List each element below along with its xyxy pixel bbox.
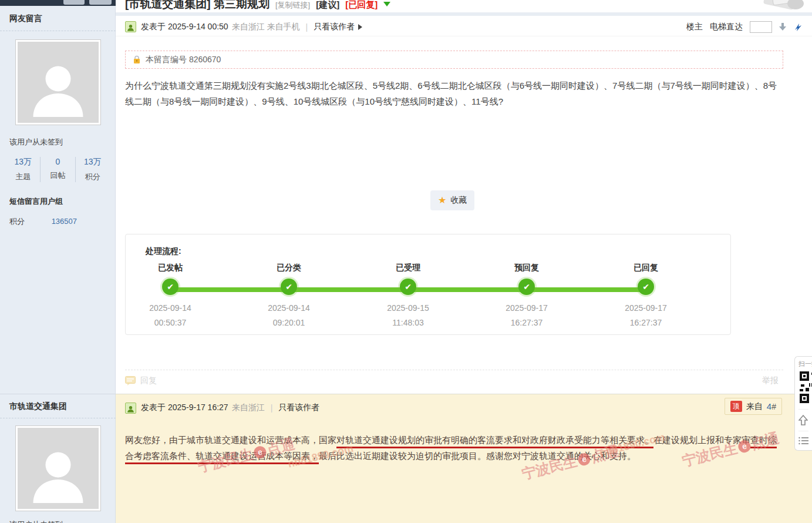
- flow-step-time: 09:20:01: [245, 318, 333, 327]
- jump-icon: [793, 22, 803, 32]
- expand-arrow-icon: [358, 24, 362, 30]
- chat-bubble-icon: [125, 376, 136, 385]
- favorite-label: 收藏: [450, 195, 467, 206]
- flow-step-time: 11:48:03: [364, 318, 452, 327]
- reply-text: 网友您好，由于城市轨道交通建设和运营成本高，国家: [125, 435, 336, 445]
- post2-meta-row: 发表于 2025-9-17 16:27 来自浙江 | 只看该作者: [116, 399, 812, 417]
- stat-threads: 13万 主题: [6, 157, 40, 182]
- thread-main: [市轨道交通集团] 第三期规划 [复制链接] [建议] [已回复]: [116, 0, 812, 523]
- check-icon: ✔: [400, 279, 416, 295]
- flow-step-label: 预回复: [483, 263, 571, 273]
- chrome-fragment: [63, 0, 85, 5]
- report-link[interactable]: 举报: [762, 376, 779, 386]
- op-avatar[interactable]: [15, 39, 101, 125]
- flow-step-classified: 已分类 ✔ 2025-09-14 09:20:01: [245, 263, 333, 327]
- poster-avatar-icon: [125, 21, 136, 32]
- thread-list-button[interactable]: [798, 435, 812, 447]
- lock-icon: [133, 55, 141, 64]
- op-user-group: 短信留言用户组: [9, 196, 116, 207]
- message-number: 本留言编号 8260670: [146, 55, 221, 65]
- replied-arrow-icon: [383, 2, 390, 6]
- flow-step-date: 2025-09-17: [602, 303, 690, 313]
- check-icon: ✔: [162, 279, 178, 295]
- elevator-link[interactable]: 电梯直达: [710, 22, 743, 32]
- only-author-link[interactable]: 只看该作者: [278, 403, 319, 413]
- divider: |: [306, 22, 308, 32]
- page-jump-input[interactable]: [750, 21, 772, 33]
- points-value[interactable]: 136507: [52, 217, 77, 226]
- star-icon: ★: [438, 196, 446, 205]
- author-sidebar: 网友留言 该用户从未签到 13万 主题 0 回帖: [0, 0, 116, 523]
- copy-link[interactable]: [复制链接]: [275, 0, 310, 11]
- post1-meta-row: 发表于 2025-9-14 00:50 来自浙江 来自手机 | 只看该作者 楼主…: [116, 18, 812, 36]
- floor-hash: #: [771, 402, 776, 411]
- favorite-button[interactable]: ★ 收藏: [430, 190, 474, 210]
- chrome-fragment: [89, 0, 112, 5]
- quick-jump-button[interactable]: [793, 22, 803, 32]
- post1-actions-row: 回复 举报: [125, 370, 783, 386]
- jump-down-button[interactable]: [779, 23, 786, 31]
- post1-body: 为什么宁波轨道交通第三期规划没有实施2号线3期北仑城区段、5号线2期、6号线二期…: [125, 78, 783, 109]
- flow-step-time: 16:27:37: [602, 318, 690, 327]
- op-username[interactable]: 网友留言: [0, 6, 116, 31]
- stat-replies-label: 回帖: [41, 170, 75, 181]
- reply-text: 在建设规划上报和专家审: [653, 435, 750, 445]
- side-tool-panel: 扫一扫: [794, 356, 812, 451]
- flow-step-accepted: 已受理 ✔ 2025-09-15 11:48:03: [364, 263, 452, 327]
- stat-threads-label: 主题: [6, 172, 40, 182]
- back-to-top-button[interactable]: [798, 413, 812, 427]
- flow-step-date: 2025-09-14: [126, 303, 214, 313]
- divider: |: [271, 403, 273, 413]
- flow-step-date: 2025-09-17: [483, 303, 571, 313]
- flow-step-label: 已受理: [364, 263, 452, 273]
- post2-origin: 来自浙江: [232, 403, 265, 413]
- flow-step-posted: 已发帖 ✔ 2025-09-14 00:50:37: [126, 263, 214, 327]
- flow-step-label: 已发帖: [126, 263, 214, 273]
- floor-label: 楼主: [686, 22, 703, 32]
- only-author-link[interactable]: 只看该作者: [314, 22, 355, 32]
- post-reply: 发表于 2025-9-17 16:27 来自浙江 | 只看该作者 顶 来自 4#…: [116, 394, 812, 523]
- header-band: [116, 12, 812, 16]
- replier-avatar[interactable]: [15, 425, 101, 511]
- floor-number[interactable]: 4: [767, 401, 771, 411]
- thread-page: 网友留言 该用户从未签到 13万 主题 0 回帖: [0, 0, 812, 523]
- up-arrow-icon: [798, 415, 808, 425]
- floor-indicator-box: 顶 来自 4#: [725, 398, 782, 415]
- post1-origin: 来自浙江 来自手机: [232, 22, 300, 32]
- flow-step-label: 已分类: [245, 263, 333, 273]
- stat-replies-value[interactable]: 0: [41, 157, 75, 166]
- reply-text: 最后比选出近期建设较为迫切的审批项目。感谢您对宁波轨道交通的关心和支持。: [319, 451, 636, 461]
- thread-title-row: [市轨道交通集团] 第三期规划 [复制链接] [建议] [已回复]: [125, 0, 390, 12]
- tag-advice[interactable]: [建议]: [316, 0, 339, 11]
- panel-divider: [798, 431, 808, 431]
- flow-step-prereply: 预回复 ✔ 2025-09-17 16:27:37: [483, 263, 571, 327]
- stat-points-value[interactable]: 13万: [76, 157, 110, 167]
- list-icon: [798, 437, 808, 445]
- reply-button[interactable]: 回复: [125, 376, 157, 386]
- op-stats: 13万 主题 0 回帖 13万 积分: [6, 157, 110, 182]
- flow-step-time: 00:50:37: [126, 318, 214, 327]
- flow-step-date: 2025-09-14: [245, 303, 333, 313]
- op-points-row: 积分 136507: [9, 216, 116, 227]
- stat-threads-value[interactable]: 13万: [6, 157, 40, 167]
- replier-signin-status: 该用户从未签到: [9, 519, 116, 523]
- replier-profile: 市轨道交通集团 该用户从未签到: [0, 394, 116, 523]
- tag-replied: [已回复]: [345, 0, 378, 11]
- process-flow-box: 处理流程: 已发帖 ✔ 2025-09-14 00:50:37 已分类 ✔ 20…: [125, 234, 731, 335]
- message-number-box: 本留言编号 8260670: [125, 51, 783, 69]
- post2-posted-time: 发表于 2025-9-17 16:27: [141, 403, 228, 413]
- replier-username[interactable]: 市轨道交通集团: [0, 394, 116, 418]
- person-icon: [23, 438, 93, 509]
- flow-step-label: 已回复: [602, 263, 690, 273]
- reply-text-underlined: 对轨道交通建设规划的审批有明确的客流要求和对政府财政承受能力等相关要求。: [336, 435, 653, 445]
- flow-step-date: 2025-09-15: [364, 303, 452, 313]
- post1-meta-right: 楼主 电梯直达: [686, 21, 803, 33]
- op-profile: 网友留言 该用户从未签到 13万 主题 0 回帖: [0, 6, 116, 227]
- points-label: 积分: [9, 217, 25, 226]
- flow-step-time: 16:27:37: [483, 318, 571, 327]
- reply-label: 回复: [140, 376, 157, 386]
- op-signin-status: 该用户从未签到: [9, 137, 116, 147]
- scan-label: 扫一扫: [798, 360, 812, 368]
- check-icon: ✔: [638, 279, 654, 295]
- post1-posted-time: 发表于 2025-9-14 00:50: [141, 22, 228, 32]
